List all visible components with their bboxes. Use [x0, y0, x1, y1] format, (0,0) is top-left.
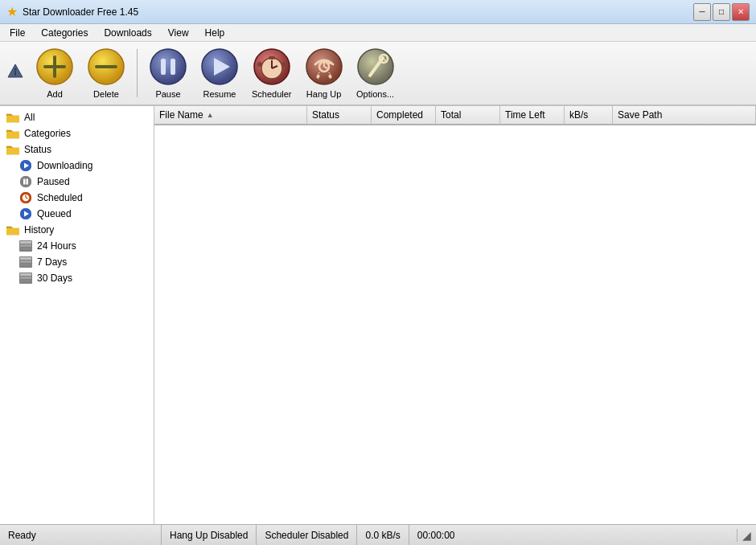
- scheduler-button[interactable]: Scheduler: [247, 46, 297, 100]
- svg-point-8: [150, 49, 186, 84]
- hangup-icon: [305, 47, 343, 86]
- svg-rect-40: [20, 241, 31, 244]
- clock-icon: [19, 191, 32, 204]
- sidebar-item-paused[interactable]: Paused: [0, 174, 154, 190]
- history-icon: [19, 256, 32, 268]
- col-header-status[interactable]: Status: [307, 106, 372, 124]
- options-label: Options...: [356, 89, 394, 99]
- menu-item-view[interactable]: View: [162, 26, 195, 40]
- add-button[interactable]: Add: [31, 46, 79, 100]
- sidebar-label-scheduled: Scheduled: [37, 192, 83, 203]
- status-bar: Ready Hang Up Disabled Scheduler Disable…: [0, 524, 756, 545]
- pause-icon: [19, 175, 32, 188]
- col-header-total[interactable]: Total: [436, 106, 500, 124]
- sidebar-item-all[interactable]: All: [0, 109, 154, 125]
- options-icon: [356, 47, 395, 86]
- sidebar-label-categories: Categories: [24, 128, 71, 139]
- status-scheduler: Scheduler Disabled: [256, 525, 356, 545]
- toolbar-separator-1: [137, 49, 138, 97]
- toolbar-arrow-icon: [6, 63, 24, 84]
- folder-icon: [6, 127, 19, 140]
- add-icon: [35, 47, 74, 86]
- status-ready: Ready: [0, 530, 161, 541]
- svg-point-2: [14, 68, 17, 70]
- sidebar-item-30days[interactable]: 30 Days: [0, 270, 154, 286]
- svg-point-30: [20, 176, 31, 187]
- status-time: 00:00:00: [409, 525, 463, 545]
- svg-rect-45: [20, 260, 31, 263]
- app-icon: ★: [6, 4, 18, 19]
- title-bar-left: ★ Star Downloader Free 1.45: [6, 4, 138, 19]
- sidebar-label-24hours: 24 Hours: [37, 240, 76, 252]
- menu-item-downloads[interactable]: Downloads: [97, 26, 158, 40]
- sidebar-label-downloading: Downloading: [37, 160, 92, 171]
- svg-rect-48: [20, 273, 31, 276]
- delete-label: Delete: [93, 89, 119, 99]
- hangup-button[interactable]: Hang Up: [300, 46, 348, 100]
- resume-label: Resume: [203, 89, 236, 99]
- col-header-savepath[interactable]: Save Path: [613, 106, 756, 124]
- menu-item-file[interactable]: File: [3, 26, 31, 40]
- file-list: File Name▲StatusCompletedTotalTime Leftk…: [154, 106, 756, 524]
- menu-item-categories[interactable]: Categories: [35, 26, 94, 40]
- sidebar-item-7days[interactable]: 7 Days: [0, 254, 154, 270]
- sidebar-item-status[interactable]: Status: [0, 141, 154, 158]
- svg-rect-44: [20, 257, 31, 260]
- resume-button[interactable]: Resume: [195, 46, 244, 100]
- sidebar-label-30days: 30 Days: [37, 272, 72, 284]
- status-hangup: Hang Up Disabled: [161, 525, 256, 545]
- play-icon: [19, 159, 32, 172]
- sidebar-label-7days: 7 Days: [37, 256, 67, 268]
- sidebar-label-history: History: [24, 224, 54, 236]
- resize-icon[interactable]: ◢: [737, 529, 756, 542]
- table-header: File Name▲StatusCompletedTotalTime Leftk…: [154, 106, 756, 125]
- title-bar: ★ Star Downloader Free 1.45 ─ □ ✕: [0, 0, 756, 24]
- col-header-filename[interactable]: File Name▲: [154, 106, 307, 124]
- hangup-label: Hang Up: [306, 89, 341, 99]
- sidebar-label-status: Status: [24, 144, 51, 155]
- history-icon: [19, 272, 32, 285]
- status-speed: 0.0 kB/s: [356, 525, 408, 545]
- folder-icon: [6, 143, 19, 156]
- sidebar-item-queued[interactable]: Queued: [0, 206, 154, 222]
- col-header-kbs[interactable]: kB/s: [565, 106, 613, 124]
- close-button[interactable]: ✕: [732, 3, 750, 21]
- delete-icon: [87, 47, 125, 86]
- toolbar: Add Delete: [0, 42, 756, 106]
- scheduler-icon: [253, 47, 291, 86]
- pause-button[interactable]: Pause: [144, 46, 192, 100]
- svg-rect-9: [161, 59, 166, 75]
- sidebar-label-queued: Queued: [37, 208, 72, 219]
- window-controls: ─ □ ✕: [693, 3, 750, 21]
- sidebar-item-history[interactable]: History: [0, 222, 154, 238]
- svg-rect-50: [20, 280, 31, 282]
- menu-bar: FileCategoriesDownloadsViewHelp: [0, 24, 756, 42]
- svg-rect-41: [20, 244, 31, 247]
- svg-rect-42: [20, 248, 31, 250]
- history-icon: [19, 240, 32, 252]
- sidebar-item-downloading[interactable]: Downloading: [0, 158, 154, 174]
- folder-icon: [6, 111, 19, 124]
- sidebar: AllCategoriesStatusDownloadingPausedSche…: [0, 106, 154, 524]
- sort-arrow-filename: ▲: [207, 111, 214, 119]
- svg-rect-46: [20, 264, 31, 266]
- table-body: [154, 125, 756, 524]
- delete-button[interactable]: Delete: [82, 46, 130, 100]
- col-header-timeleft[interactable]: Time Left: [500, 106, 565, 124]
- svg-rect-31: [23, 179, 26, 185]
- pause-icon: [149, 47, 187, 86]
- main-content: AllCategoriesStatusDownloadingPausedSche…: [0, 106, 756, 524]
- col-header-completed[interactable]: Completed: [372, 106, 436, 124]
- menu-item-help[interactable]: Help: [199, 26, 232, 40]
- sidebar-item-scheduled[interactable]: Scheduled: [0, 190, 154, 206]
- minimize-button[interactable]: ─: [693, 3, 711, 21]
- sidebar-item-categories[interactable]: Categories: [0, 125, 154, 141]
- add-label: Add: [47, 89, 63, 99]
- svg-rect-10: [171, 59, 175, 75]
- options-button[interactable]: Options...: [351, 46, 400, 100]
- pause-label: Pause: [155, 89, 180, 99]
- maximize-button[interactable]: □: [713, 3, 730, 21]
- sidebar-item-24hours[interactable]: 24 Hours: [0, 238, 154, 254]
- sidebar-label-all: All: [24, 112, 35, 123]
- window-title: Star Downloader Free 1.45: [23, 6, 138, 18]
